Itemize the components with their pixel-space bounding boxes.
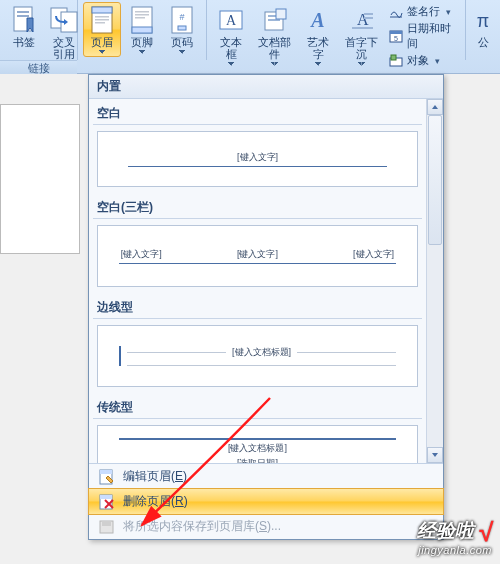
scroll-thumb[interactable] [428, 115, 442, 245]
formula-label: 公 [478, 36, 489, 48]
wordart-icon: A [303, 5, 333, 35]
ribbon: 书签 交叉 引用 链接 页眉 页脚 # [0, 0, 500, 74]
remove-icon [99, 494, 115, 510]
footer-button[interactable]: 页脚 [123, 2, 161, 57]
dropcap-button[interactable]: A 首字下沉 [339, 2, 384, 69]
placeholder-text: 键入文字 [235, 248, 280, 261]
svg-rect-42 [100, 495, 112, 499]
svg-text:#: # [179, 12, 184, 22]
gallery-item-blank3[interactable]: 键入文字 键入文字 键入文字 [97, 225, 418, 287]
chevron-down-icon [271, 62, 278, 66]
placeholder-text: 选取日期 [235, 457, 280, 464]
chevron-down-icon [139, 50, 146, 54]
datetime-label: 日期和时间 [407, 21, 457, 51]
crossref-label: 交叉 引用 [53, 36, 75, 60]
svg-rect-32 [390, 31, 402, 34]
svg-text:A: A [310, 9, 325, 31]
parts-label: 文档部件 [257, 36, 292, 60]
pagenum-button[interactable]: # 页码 [163, 2, 201, 57]
svg-rect-46 [102, 521, 111, 526]
svg-rect-14 [135, 14, 149, 16]
svg-rect-10 [95, 22, 105, 24]
textbox-button[interactable]: A 文本框 [212, 2, 250, 69]
category-blank: 空白 [93, 99, 422, 125]
dropcap-icon: A [347, 5, 377, 35]
formula-icon: π [468, 5, 498, 35]
chevron-down-icon [179, 50, 186, 54]
parts-button[interactable]: 文档部件 [252, 2, 297, 69]
chevron-down-icon [315, 62, 322, 66]
pagenum-label: 页码 [171, 36, 193, 48]
gallery-item-trad[interactable]: 键入文档标题 选取日期 [97, 425, 418, 463]
gallery-item-blank[interactable]: 键入文字 [97, 131, 418, 187]
svg-rect-8 [95, 16, 109, 18]
textbox-label: 文本框 [217, 36, 245, 60]
svg-rect-28 [364, 17, 373, 19]
placeholder-text: 键入文字 [351, 248, 396, 261]
svg-marker-38 [432, 453, 438, 457]
scrollbar[interactable] [426, 99, 443, 463]
signature-button[interactable]: 签名行▾ [389, 4, 457, 19]
placeholder-text: 键入文档标题 [230, 346, 293, 359]
header-button[interactable]: 页眉 [83, 2, 121, 57]
svg-rect-7 [92, 7, 112, 13]
bookmark-label: 书签 [13, 36, 35, 48]
datetime-icon: 5 [389, 29, 403, 43]
svg-rect-27 [364, 13, 373, 15]
gallery-body: 空白 键入文字 空白(三栏) 键入文字 键入文字 键入文字 [89, 99, 443, 463]
bookmark-icon [9, 5, 39, 35]
svg-rect-12 [132, 27, 152, 33]
svg-rect-15 [135, 17, 145, 19]
save-header-item: 将所选内容保存到页眉库(S)... [89, 514, 443, 539]
text-mini-list: 签名行▾ 5 日期和时间 对象▾ [385, 2, 461, 70]
gallery-item-edge[interactable]: 键入文档标题 [97, 325, 418, 387]
object-button[interactable]: 对象▾ [389, 53, 457, 68]
chevron-down-icon [99, 50, 106, 54]
footer-label: 页脚 [131, 36, 153, 48]
textbox-icon: A [216, 5, 246, 35]
svg-rect-13 [135, 11, 149, 13]
bookmark-button[interactable]: 书签 [5, 2, 43, 51]
svg-rect-9 [95, 19, 109, 21]
document-page [0, 104, 80, 254]
remove-header-item[interactable]: 删除页眉(R) [88, 488, 444, 515]
parts-icon [260, 5, 290, 35]
svg-rect-40 [100, 470, 112, 474]
placeholder-text: 键入文字 [119, 248, 164, 261]
placeholder-text: 键入文字 [235, 151, 280, 164]
signature-icon [389, 5, 403, 19]
group-label-links: 链接 [0, 60, 77, 74]
edit-header-item[interactable]: 编辑页眉(E) [89, 464, 443, 489]
svg-text:5: 5 [394, 35, 398, 42]
footer-icon [127, 5, 157, 35]
scroll-up-button[interactable] [427, 99, 443, 115]
datetime-button[interactable]: 5 日期和时间 [389, 21, 457, 51]
crossref-icon [49, 5, 79, 35]
chevron-down-icon [228, 62, 235, 66]
ribbon-group-links: 书签 交叉 引用 链接 [0, 0, 78, 60]
scroll-track[interactable] [427, 115, 443, 447]
svg-rect-24 [276, 9, 286, 19]
header-label: 页眉 [91, 36, 113, 48]
wordart-button[interactable]: A 艺术字 [299, 2, 337, 69]
svg-text:A: A [226, 13, 237, 28]
gallery-scroll-area[interactable]: 空白 键入文字 空白(三栏) 键入文字 键入文字 键入文字 [89, 99, 426, 463]
svg-marker-37 [432, 105, 438, 109]
category-blank3: 空白(三栏) [93, 193, 422, 219]
edit-header-label: 编辑页眉(E) [123, 468, 187, 485]
object-icon [389, 54, 403, 68]
chevron-down-icon [358, 62, 365, 66]
signature-label: 签名行 [407, 4, 440, 19]
formula-button[interactable]: π 公 [471, 2, 495, 51]
scroll-down-button[interactable] [427, 447, 443, 463]
svg-text:π: π [477, 11, 489, 31]
gallery-footer: 编辑页眉(E) 删除页眉(R) 将所选内容保存到页眉库(S)... [89, 463, 443, 539]
svg-rect-1 [17, 11, 29, 13]
svg-rect-2 [17, 15, 29, 17]
ribbon-group-headerfooter: 页眉 页脚 # 页码 [78, 0, 207, 60]
gallery-title: 内置 [89, 75, 443, 99]
edit-icon [99, 469, 115, 485]
placeholder-text: 键入文档标题 [226, 442, 289, 455]
save-header-label: 将所选内容保存到页眉库(S)... [123, 518, 281, 535]
save-icon [99, 519, 115, 535]
